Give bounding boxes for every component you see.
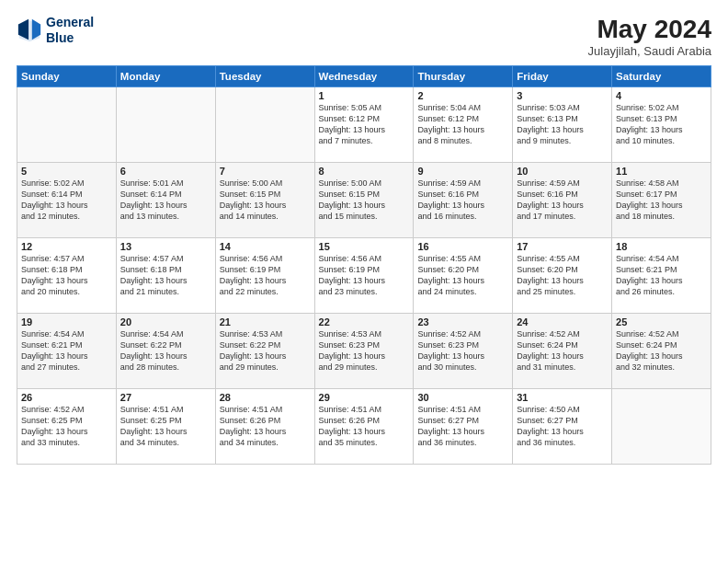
calendar-cell: 11Sunrise: 4:58 AM Sunset: 6:17 PM Dayli… xyxy=(612,163,711,238)
day-number: 8 xyxy=(319,166,410,177)
day-number: 19 xyxy=(21,316,112,327)
day-number: 22 xyxy=(319,316,410,327)
weekday-header: Monday xyxy=(116,66,215,87)
cell-info: Sunrise: 4:52 AM Sunset: 6:24 PM Dayligh… xyxy=(517,328,608,373)
weekday-header: Wednesday xyxy=(314,66,414,87)
cell-info: Sunrise: 4:51 AM Sunset: 6:27 PM Dayligh… xyxy=(417,404,508,449)
calendar-cell: 16Sunrise: 4:55 AM Sunset: 6:20 PM Dayli… xyxy=(414,238,513,314)
calendar-cell: 29Sunrise: 4:51 AM Sunset: 6:26 PM Dayli… xyxy=(314,389,414,465)
page: General Blue May 2024 Julayjilah, Saudi … xyxy=(0,0,728,563)
day-number: 7 xyxy=(220,166,311,177)
cell-info: Sunrise: 4:58 AM Sunset: 6:17 PM Dayligh… xyxy=(616,178,707,223)
cell-info: Sunrise: 5:02 AM Sunset: 6:13 PM Dayligh… xyxy=(616,102,707,147)
calendar-cell: 10Sunrise: 4:59 AM Sunset: 6:16 PM Dayli… xyxy=(513,163,612,238)
day-number: 10 xyxy=(517,166,608,177)
calendar-cell: 13Sunrise: 4:57 AM Sunset: 6:18 PM Dayli… xyxy=(116,238,215,314)
calendar-cell: 19Sunrise: 4:54 AM Sunset: 6:21 PM Dayli… xyxy=(17,314,117,389)
calendar-cell: 20Sunrise: 4:54 AM Sunset: 6:22 PM Dayli… xyxy=(116,314,215,389)
cell-info: Sunrise: 4:54 AM Sunset: 6:22 PM Dayligh… xyxy=(120,328,211,373)
calendar-cell: 5Sunrise: 5:02 AM Sunset: 6:14 PM Daylig… xyxy=(17,163,117,238)
day-number: 28 xyxy=(220,392,311,403)
calendar-cell: 9Sunrise: 4:59 AM Sunset: 6:16 PM Daylig… xyxy=(414,163,513,238)
day-number: 23 xyxy=(417,316,508,327)
calendar-week-row: 26Sunrise: 4:52 AM Sunset: 6:25 PM Dayli… xyxy=(17,389,711,465)
day-number: 9 xyxy=(417,166,508,177)
calendar-week-row: 19Sunrise: 4:54 AM Sunset: 6:21 PM Dayli… xyxy=(17,314,711,389)
calendar-cell: 26Sunrise: 4:52 AM Sunset: 6:25 PM Dayli… xyxy=(17,389,117,465)
cell-info: Sunrise: 5:00 AM Sunset: 6:15 PM Dayligh… xyxy=(319,178,410,223)
calendar-week-row: 1Sunrise: 5:05 AM Sunset: 6:12 PM Daylig… xyxy=(17,87,711,163)
header: General Blue May 2024 Julayjilah, Saudi … xyxy=(17,15,711,58)
calendar-cell: 4Sunrise: 5:02 AM Sunset: 6:13 PM Daylig… xyxy=(612,87,711,163)
cell-info: Sunrise: 4:52 AM Sunset: 6:25 PM Dayligh… xyxy=(21,404,112,449)
weekday-header: Friday xyxy=(513,66,612,87)
cell-info: Sunrise: 5:03 AM Sunset: 6:13 PM Dayligh… xyxy=(517,102,608,147)
calendar-cell: 24Sunrise: 4:52 AM Sunset: 6:24 PM Dayli… xyxy=(513,314,612,389)
calendar-cell: 2Sunrise: 5:04 AM Sunset: 6:12 PM Daylig… xyxy=(414,87,513,163)
day-number: 31 xyxy=(517,392,608,403)
logo-icon xyxy=(17,17,42,43)
calendar-cell: 27Sunrise: 4:51 AM Sunset: 6:25 PM Dayli… xyxy=(116,389,215,465)
calendar-cell: 3Sunrise: 5:03 AM Sunset: 6:13 PM Daylig… xyxy=(513,87,612,163)
cell-info: Sunrise: 4:54 AM Sunset: 6:21 PM Dayligh… xyxy=(616,253,707,298)
calendar-cell: 18Sunrise: 4:54 AM Sunset: 6:21 PM Dayli… xyxy=(612,238,711,314)
calendar-cell: 25Sunrise: 4:52 AM Sunset: 6:24 PM Dayli… xyxy=(612,314,711,389)
calendar-cell: 28Sunrise: 4:51 AM Sunset: 6:26 PM Dayli… xyxy=(215,389,314,465)
cell-info: Sunrise: 4:51 AM Sunset: 6:26 PM Dayligh… xyxy=(220,404,311,449)
calendar-cell: 14Sunrise: 4:56 AM Sunset: 6:19 PM Dayli… xyxy=(215,238,314,314)
cell-info: Sunrise: 5:02 AM Sunset: 6:14 PM Dayligh… xyxy=(21,178,112,223)
day-number: 16 xyxy=(417,241,508,252)
cell-info: Sunrise: 4:51 AM Sunset: 6:26 PM Dayligh… xyxy=(319,404,410,449)
calendar-cell: 23Sunrise: 4:52 AM Sunset: 6:23 PM Dayli… xyxy=(414,314,513,389)
cell-info: Sunrise: 5:04 AM Sunset: 6:12 PM Dayligh… xyxy=(417,102,508,147)
calendar-cell: 31Sunrise: 4:50 AM Sunset: 6:27 PM Dayli… xyxy=(513,389,612,465)
day-number: 11 xyxy=(616,166,707,177)
day-number: 5 xyxy=(21,166,112,177)
calendar-cell: 1Sunrise: 5:05 AM Sunset: 6:12 PM Daylig… xyxy=(314,87,414,163)
day-number: 20 xyxy=(120,316,211,327)
cell-info: Sunrise: 4:57 AM Sunset: 6:18 PM Dayligh… xyxy=(120,253,211,298)
calendar-body: 1Sunrise: 5:05 AM Sunset: 6:12 PM Daylig… xyxy=(17,87,711,465)
day-number: 2 xyxy=(417,90,508,101)
calendar-cell: 22Sunrise: 4:53 AM Sunset: 6:23 PM Dayli… xyxy=(314,314,414,389)
calendar-cell xyxy=(116,87,215,163)
calendar-header-row: SundayMondayTuesdayWednesdayThursdayFrid… xyxy=(17,66,711,87)
calendar-cell xyxy=(612,389,711,465)
cell-info: Sunrise: 4:59 AM Sunset: 6:16 PM Dayligh… xyxy=(517,178,608,223)
weekday-header: Saturday xyxy=(612,66,711,87)
calendar-table: SundayMondayTuesdayWednesdayThursdayFrid… xyxy=(17,65,711,465)
weekday-header: Sunday xyxy=(17,66,117,87)
calendar-cell: 7Sunrise: 5:00 AM Sunset: 6:15 PM Daylig… xyxy=(215,163,314,238)
calendar-cell: 15Sunrise: 4:56 AM Sunset: 6:19 PM Dayli… xyxy=(314,238,414,314)
day-number: 26 xyxy=(21,392,112,403)
cell-info: Sunrise: 4:54 AM Sunset: 6:21 PM Dayligh… xyxy=(21,328,112,373)
day-number: 4 xyxy=(616,90,707,101)
cell-info: Sunrise: 4:59 AM Sunset: 6:16 PM Dayligh… xyxy=(417,178,508,223)
calendar-cell xyxy=(215,87,314,163)
calendar-cell: 21Sunrise: 4:53 AM Sunset: 6:22 PM Dayli… xyxy=(215,314,314,389)
day-number: 3 xyxy=(517,90,608,101)
title-block: May 2024 Julayjilah, Saudi Arabia xyxy=(588,15,711,58)
day-number: 13 xyxy=(120,241,211,252)
calendar-cell: 30Sunrise: 4:51 AM Sunset: 6:27 PM Dayli… xyxy=(414,389,513,465)
title-month: May 2024 xyxy=(588,15,711,44)
calendar-week-row: 5Sunrise: 5:02 AM Sunset: 6:14 PM Daylig… xyxy=(17,163,711,238)
logo-text: General Blue xyxy=(46,15,94,46)
title-location: Julayjilah, Saudi Arabia xyxy=(588,44,711,58)
cell-info: Sunrise: 4:56 AM Sunset: 6:19 PM Dayligh… xyxy=(220,253,311,298)
day-number: 27 xyxy=(120,392,211,403)
calendar-cell: 12Sunrise: 4:57 AM Sunset: 6:18 PM Dayli… xyxy=(17,238,117,314)
day-number: 25 xyxy=(616,316,707,327)
calendar-cell: 17Sunrise: 4:55 AM Sunset: 6:20 PM Dayli… xyxy=(513,238,612,314)
weekday-header: Thursday xyxy=(414,66,513,87)
cell-info: Sunrise: 4:55 AM Sunset: 6:20 PM Dayligh… xyxy=(417,253,508,298)
calendar-cell xyxy=(17,87,117,163)
day-number: 12 xyxy=(21,241,112,252)
cell-info: Sunrise: 4:52 AM Sunset: 6:24 PM Dayligh… xyxy=(616,328,707,373)
calendar-week-row: 12Sunrise: 4:57 AM Sunset: 6:18 PM Dayli… xyxy=(17,238,711,314)
day-number: 24 xyxy=(517,316,608,327)
day-number: 15 xyxy=(319,241,410,252)
cell-info: Sunrise: 5:01 AM Sunset: 6:14 PM Dayligh… xyxy=(120,178,211,223)
logo: General Blue xyxy=(17,15,94,46)
day-number: 1 xyxy=(319,90,410,101)
